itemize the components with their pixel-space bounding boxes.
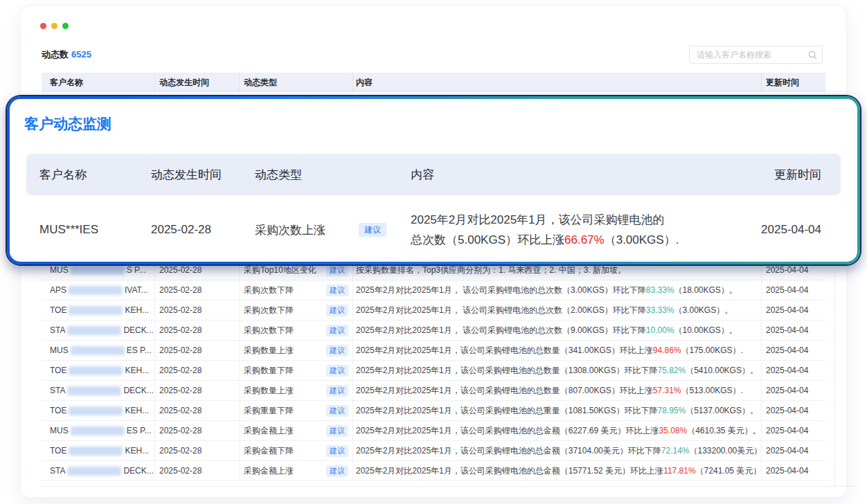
content-percent: 94.86% [653,345,681,355]
content-percent: 83.33% [646,285,674,295]
event-type: 采购金额下降 [244,445,294,457]
close-window-icon[interactable] [40,23,46,29]
event-date: 2025-02-28 [155,461,240,480]
customer-name-link[interactable]: STADECK... [42,381,155,400]
customer-name-suffix: KEH... [125,305,149,315]
search-icon[interactable] [808,51,817,60]
spotlight-header-event-type: 动态类型 [255,167,411,183]
event-type: 采购Top10地区变化 [244,264,316,276]
event-date: 2025-02-28 [155,361,240,380]
redacted-name-blur [69,306,123,315]
header-customer-name: 客户名称 [42,73,155,92]
redacted-name-blur [69,366,123,375]
content-prefix: 2025年2月对比2025年1月，该公司采购锂电池的总金额（6227.69 美元… [356,425,659,437]
content-prefix: 2025年2月对比2025年1月，该公司采购锂电池的总重量（1081.50KGS… [356,405,657,417]
customer-name-suffix: DECK... [123,325,153,335]
table-row[interactable]: STADECK... 2025-02-28 采购金额上涨 建议 2025年2月对… [42,461,825,481]
customer-name-link[interactable]: TOEKEH... [42,300,155,320]
update-date: 2025-04-04 [762,421,825,440]
content-suffix: （513.00KGS）. [681,385,743,397]
content-percent: 78.95% [657,406,686,415]
spotlight-header-event-time: 动态发生时间 [151,167,255,183]
screen: 动态数6525 客户名称 动态发生时间 动态类型 内容 更新时间 MUSS P.… [0,0,867,504]
content-suffix: （133200.00美元）。 [690,445,762,457]
spotlight-header-row: 客户名称 动态发生时间 动态类型 内容 更新时间 [26,154,841,195]
customer-name-prefix: MUS [50,426,69,435]
spotlight-content: 2025年2月对比2025年1月，该公司采购锂电池的 总次数（5.00KGS）环… [411,210,740,250]
suggestion-badge: 建议 [326,325,348,336]
customer-dynamics-spotlight-card: 客户动态监测 客户名称 动态发生时间 动态类型 内容 更新时间 MUS***IE… [7,96,860,264]
customer-name-link[interactable]: APSIVAT... [42,280,155,300]
event-type: 采购数量下降 [244,365,294,377]
content-percent: 75.82% [657,366,686,375]
table-row[interactable]: APSIVAT... 2025-02-28 采购次数下降 建议 2025年2月对… [42,280,825,300]
redacted-name-blur [67,467,121,476]
table-row[interactable]: MUSES P... 2025-02-28 采购金额上涨 建议 2025年2月对… [42,421,825,441]
table-row[interactable]: TOEKEH... 2025-02-28 采购数量下降 建议 2025年2月对比… [42,361,825,381]
event-type: 采购次数下降 [244,285,294,296]
maximize-window-icon[interactable] [62,23,69,29]
event-content: 2025年2月对比2025年1月， 该公司采购锂电池的总次数（2.00KGS）环… [353,300,762,320]
redacted-name-blur [67,326,121,335]
customer-name-prefix: STA [50,466,65,476]
suggestion-badge: 建议 [326,365,348,377]
table-row[interactable]: TOEKEH... 2025-02-28 采购次数下降 建议 2025年2月对比… [42,300,825,321]
window-controls [40,23,69,29]
customer-name-prefix: APS [50,285,66,295]
content-percent: 72.14% [661,446,690,456]
customer-name-link[interactable]: STADECK... [42,321,155,340]
customer-name-link[interactable]: TOEKEH... [42,441,155,460]
event-type: 采购重量下降 [244,405,294,417]
table-row[interactable]: STADECK... 2025-02-28 采购次数下降 建议 2025年2月对… [42,321,825,341]
spotlight-customer-name[interactable]: MUS***IES [39,223,151,237]
suggestion-badge: 建议 [326,305,348,316]
suggestion-badge: 建议 [326,445,348,457]
customer-name-suffix: KEH... [125,446,149,456]
redacted-name-blur [71,346,125,355]
update-date: 2025-04-04 [762,280,825,300]
customer-name-suffix: KEH... [125,406,149,415]
content-prefix: 按采购数量排名，Top3供应商分别为：1. 马来西亚；2. 中国；3. 新加坡。 [356,264,626,276]
suggestion-badge: 建议 [326,264,348,276]
event-date: 2025-02-28 [155,300,240,320]
customer-name-link[interactable]: TOEKEH... [42,361,155,380]
content-prefix: 2025年2月对比2025年1月，该公司采购锂电池的总金额（37104.00美元… [356,445,661,457]
update-date: 2025-04-04 [762,361,825,380]
spotlight-row: MUS***IES 2025-02-28 采购次数上涨 建议 2025年2月对比… [26,198,841,262]
customer-name-link[interactable]: MUSES P... [42,341,155,360]
search-input[interactable] [690,50,808,60]
table-body: MUSS P... 2025-02-28 采购Top10地区变化 建议 按采购数… [42,260,825,481]
customer-name-prefix: TOE [50,366,66,375]
content-suffix: （7241.05 美元）。 [696,465,762,477]
table-row[interactable]: MUSES P... 2025-02-28 采购数量上涨 建议 2025年2月对… [42,341,825,361]
customer-name-link[interactable]: MUSES P... [42,421,155,440]
spotlight-title: 客户动态监测 [24,114,111,134]
customer-name-link[interactable]: TOEKEH... [42,401,155,420]
update-date: 2025-04-04 [762,461,825,480]
spotlight-content-line2-prefix: 总次数（5.00KGS）环比上涨 [411,233,564,246]
search-box[interactable] [689,46,823,64]
customer-name-prefix: STA [50,386,65,395]
redacted-name-blur [71,266,125,275]
event-date: 2025-02-28 [155,421,240,440]
spotlight-content-line2-suffix: （3.00KGS）. [605,233,679,246]
spotlight-header-content: 内容 [411,167,740,183]
content-percent: 117.81% [663,466,695,476]
table-row[interactable]: TOEKEH... 2025-02-28 采购重量下降 建议 2025年2月对比… [42,401,825,421]
event-content: 2025年2月对比2025年1月， 该公司采购锂电池的总次数（3.00KGS）环… [353,280,762,300]
event-content: 2025年2月对比2025年1月，该公司采购锂电池的总金额（37104.00美元… [353,441,762,460]
content-prefix: 2025年2月对比2025年1月，该公司采购锂电池的总金额（15771.52 美… [356,465,663,477]
table-row[interactable]: TOEKEH... 2025-02-28 采购金额下降 建议 2025年2月对比… [42,441,825,461]
update-date: 2025-04-04 [762,441,825,460]
header-update-time: 更新时间 [762,73,825,92]
event-content: 2025年2月对比2025年1月，该公司采购锂电池的总数量（807.00KGS）… [353,381,762,400]
content-prefix: 2025年2月对比2025年1月， 该公司采购锂电池的总次数（9.00KGS）环… [356,325,646,336]
minimize-window-icon[interactable] [51,23,57,29]
table-row[interactable]: STADECK... 2025-02-28 采购数量上涨 建议 2025年2月对… [42,381,825,401]
content-percent: 35.08% [659,426,687,435]
content-percent: 10.00% [646,325,674,335]
content-prefix: 2025年2月对比2025年1月， 该公司采购锂电池的总次数（2.00KGS）环… [356,305,646,316]
customer-name-link[interactable]: STADECK... [42,461,155,480]
redacted-name-blur [69,447,123,456]
header-event-type: 动态类型 [240,73,353,92]
